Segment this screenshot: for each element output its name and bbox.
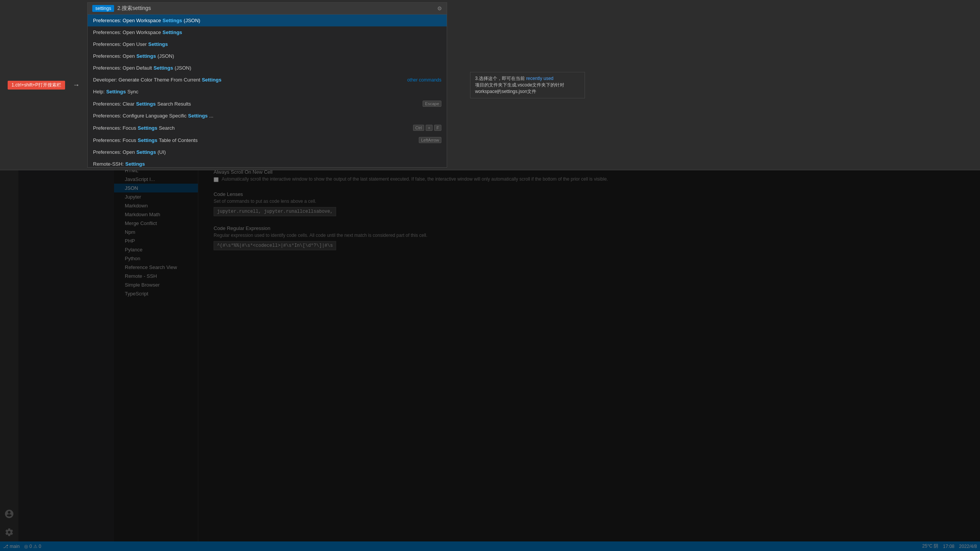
cmd-shortcut-9: Ctrl + F <box>413 125 441 131</box>
command-palette-overlay: 1.ctrl+shift+P打开搜索栏 → settings ⚙ Prefere… <box>0 0 980 551</box>
cmd-palette-input[interactable] <box>117 5 434 11</box>
cmd-result-9[interactable]: Preferences: Focus Settings Search Ctrl … <box>88 122 447 134</box>
cmd-shortcut-7: Escape <box>423 101 441 107</box>
cmd-result-7[interactable]: Preferences: Clear Settings Search Resul… <box>88 98 447 110</box>
step1-label: 1.ctrl+shift+P打开搜索栏 <box>8 81 65 90</box>
cmd-result-4[interactable]: Preferences: Open Default Settings (JSON… <box>88 62 447 74</box>
cmd-result-label-9: Preferences: Focus Settings Search <box>93 125 175 131</box>
cmd-palette-input-bar: settings ⚙ <box>87 2 447 15</box>
cmd-result-8[interactable]: Preferences: Configure Language Specific… <box>88 110 447 122</box>
step3-label: 3.选择这个，即可在当前 recently used <box>475 75 580 82</box>
annotation-bar: 1.ctrl+shift+P打开搜索栏 → settings ⚙ Prefere… <box>0 0 980 170</box>
cmd-tag: settings <box>92 5 114 12</box>
settings-gear-icon: ⚙ <box>437 5 442 11</box>
recently-used-label: recently used <box>526 76 553 81</box>
cmd-result-label-0: Preferences: Open Workspace Settings (JS… <box>93 18 200 23</box>
cmd-shortcut-10: LeftArrow <box>419 137 441 143</box>
cmd-result-label-6: Help: Settings Sync <box>93 89 139 95</box>
cmd-result-label-12: Remote-SSH: Settings <box>93 161 145 167</box>
cmd-result-label-4: Preferences: Open Default Settings (JSON… <box>93 65 191 71</box>
cmd-result-label-5: Developer: Generate Color Theme From Cur… <box>93 77 221 83</box>
step3-annotation: 3.选择这个，即可在当前 recently used 项目的文件夹下生成.vsc… <box>470 72 585 98</box>
cmd-result-label-10: Preferences: Focus Settings Table of Con… <box>93 137 198 143</box>
cmd-result-label-2: Preferences: Open User Settings <box>93 41 168 47</box>
cmd-result-label-3: Preferences: Open Settings (JSON) <box>93 53 174 59</box>
cmd-results: Preferences: Open Workspace Settings (JS… <box>87 15 447 168</box>
cmd-result-label-11: Preferences: Open Settings (UI) <box>93 149 166 155</box>
cmd-result-label-8: Preferences: Configure Language Specific… <box>93 113 213 119</box>
cmd-result-11[interactable]: Preferences: Open Settings (UI) <box>88 146 447 158</box>
cmd-result-2[interactable]: Preferences: Open User Settings <box>88 38 447 50</box>
cmd-result-0[interactable]: Preferences: Open Workspace Settings (JS… <box>88 15 447 26</box>
cmd-result-10[interactable]: Preferences: Focus Settings Table of Con… <box>88 134 447 146</box>
cmd-result-12[interactable]: Remote-SSH: Settings <box>88 158 447 168</box>
cmd-result-6[interactable]: Help: Settings Sync <box>88 86 447 98</box>
cmd-result-label-7: Preferences: Clear Settings Search Resul… <box>93 101 191 107</box>
cmd-palette-input-area: settings ⚙ Preferences: Open Workspace S… <box>87 2 447 168</box>
other-commands-label[interactable]: other commands <box>407 77 441 83</box>
cmd-result-3[interactable]: Preferences: Open Settings (JSON) <box>88 50 447 62</box>
cmd-result-1[interactable]: Preferences: Open Workspace Settings <box>88 26 447 38</box>
step3-detail: 项目的文件夹下生成.vscode文件夹下的针对workspace的setting… <box>475 82 580 95</box>
cmd-result-label-1: Preferences: Open Workspace Settings <box>93 29 182 35</box>
arrow-icon: → <box>73 81 80 89</box>
cmd-result-5[interactable]: Developer: Generate Color Theme From Cur… <box>88 74 447 86</box>
